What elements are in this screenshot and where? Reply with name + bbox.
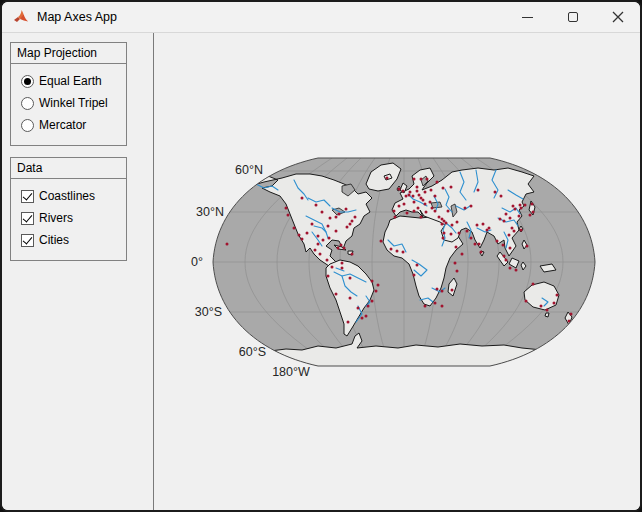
minimize-button[interactable] [505, 2, 550, 32]
radio-button-icon[interactable] [21, 97, 34, 110]
close-icon [612, 11, 624, 23]
radio-label: Equal Earth [39, 74, 102, 88]
window-title: Map Axes App [37, 10, 117, 24]
close-button[interactable] [595, 2, 640, 32]
svg-text:180°W: 180°W [272, 365, 310, 379]
checkbox-coastlines[interactable]: Coastlines [21, 185, 122, 207]
checkbox-icon[interactable] [21, 234, 34, 247]
checkbox-label: Rivers [39, 211, 73, 225]
svg-text:30°N: 30°N [196, 205, 224, 219]
matlab-logo-icon [13, 9, 29, 25]
checkbox-cities[interactable]: Cities [21, 229, 122, 251]
checkbox-rivers[interactable]: Rivers [21, 207, 122, 229]
svg-text:30°S: 30°S [195, 305, 222, 319]
maximize-icon [568, 12, 578, 22]
map-canvas: 60°N30°N0°30°S60°S180°W [154, 33, 640, 510]
app-window: Map Axes App Map Projection [0, 0, 642, 512]
svg-text:60°N: 60°N [235, 163, 263, 177]
radio-mercator[interactable]: Mercator [21, 114, 122, 136]
svg-text:60°S: 60°S [239, 345, 266, 359]
map-projection-panel: Map Projection Equal Earth Winkel Tripel [10, 42, 127, 146]
checkbox-icon[interactable] [21, 190, 34, 203]
map-projection-panel-title: Map Projection [11, 43, 126, 64]
radio-label: Winkel Tripel [39, 96, 108, 110]
data-panel-title: Data [11, 158, 126, 179]
maximize-button[interactable] [550, 2, 595, 32]
screen: Map Axes App Map Projection [0, 0, 642, 512]
radio-button-icon[interactable] [21, 75, 34, 88]
sidebar: Map Projection Equal Earth Winkel Tripel [2, 33, 154, 510]
svg-text:0°: 0° [191, 255, 203, 269]
checkbox-label: Coastlines [39, 189, 95, 203]
radio-equal-earth[interactable]: Equal Earth [21, 70, 122, 92]
radio-button-icon[interactable] [21, 119, 34, 132]
data-panel: Data Coastlines Rivers Cities [10, 157, 127, 261]
radio-label: Mercator [39, 118, 86, 132]
radio-winkel-tripel[interactable]: Winkel Tripel [21, 92, 122, 114]
checkbox-label: Cities [39, 233, 69, 247]
minimize-icon [522, 17, 533, 18]
map-area[interactable]: 60°N30°N0°30°S60°S180°W [154, 33, 640, 510]
app-body: Map Projection Equal Earth Winkel Tripel [2, 33, 640, 510]
checkbox-icon[interactable] [21, 212, 34, 225]
titlebar[interactable]: Map Axes App [2, 2, 640, 33]
